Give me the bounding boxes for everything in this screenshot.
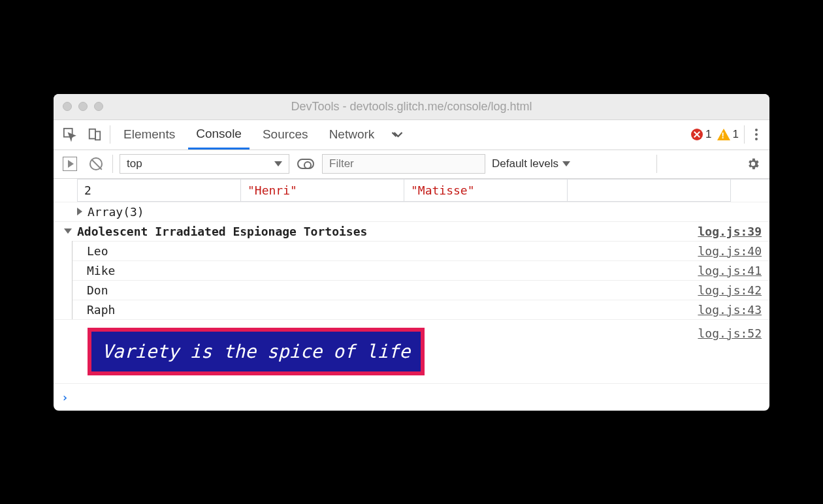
log-levels-label: Default levels	[492, 157, 558, 170]
cell-first: "Henri"	[241, 180, 404, 202]
devtools-window: DevTools - devtools.glitch.me/console/lo…	[54, 94, 769, 411]
context-selector[interactable]: top	[120, 154, 289, 174]
source-link[interactable]: log.js:52	[698, 326, 762, 340]
tab-network[interactable]: Network	[321, 120, 383, 150]
separator	[110, 125, 110, 144]
styled-log-row: Variety is the spice of life log.js:52	[54, 319, 769, 383]
svg-rect-1	[89, 129, 95, 139]
source-link[interactable]: log.js:43	[698, 303, 762, 317]
styled-log-text: Variety is the spice of life	[88, 328, 425, 375]
context-label: top	[127, 157, 142, 170]
separator	[656, 155, 657, 173]
group-body: Leo log.js:40 Mike log.js:41 Don log.js:…	[72, 241, 769, 319]
window-title: DevTools - devtools.glitch.me/console/lo…	[54, 100, 769, 114]
expand-icon	[77, 208, 82, 215]
settings-menu-icon[interactable]	[750, 129, 763, 140]
warning-icon	[717, 129, 730, 140]
source-link[interactable]: log.js:39	[698, 225, 762, 238]
clear-console-icon[interactable]	[86, 154, 106, 174]
collapse-icon	[64, 228, 72, 234]
device-toggle-icon[interactable]	[85, 125, 105, 144]
console-toolbar: top Default levels	[54, 150, 769, 179]
show-console-sidebar-icon[interactable]	[60, 154, 80, 174]
prompt-caret-icon: ›	[61, 390, 69, 404]
more-tabs-icon[interactable]	[387, 125, 407, 144]
tab-sources[interactable]: Sources	[255, 120, 316, 150]
chevron-down-icon	[274, 161, 282, 166]
inspect-icon[interactable]	[60, 125, 80, 144]
console-settings-icon[interactable]	[743, 154, 763, 174]
log-levels-selector[interactable]: Default levels	[492, 157, 570, 170]
console-table: 2 "Henri" "Matisse"	[77, 179, 769, 202]
cell-empty	[568, 180, 731, 202]
array-summary-text: Array(3)	[88, 205, 144, 219]
source-link[interactable]: log.js:42	[698, 283, 762, 297]
source-link[interactable]: log.js:40	[698, 244, 762, 258]
tab-elements[interactable]: Elements	[116, 120, 183, 150]
log-row: Leo log.js:40	[73, 241, 769, 260]
panel-tabs: Elements Console Sources Network 1 1	[54, 120, 769, 150]
tab-console[interactable]: Console	[188, 120, 250, 150]
error-count-badge[interactable]: 1	[691, 128, 711, 141]
console-body: 2 "Henri" "Matisse" Array(3) Adolescent …	[54, 179, 769, 411]
titlebar: DevTools - devtools.glitch.me/console/lo…	[54, 94, 769, 120]
source-link[interactable]: log.js:41	[698, 264, 762, 277]
warning-count: 1	[733, 128, 739, 141]
cell-index: 2	[78, 180, 241, 202]
svg-rect-2	[95, 131, 100, 140]
log-row: Mike log.js:41	[73, 260, 769, 280]
filter-input[interactable]	[322, 154, 485, 174]
array-summary-row[interactable]: Array(3)	[54, 202, 769, 221]
warning-count-badge[interactable]: 1	[717, 128, 739, 141]
log-text: Don	[87, 283, 108, 297]
log-text: Raph	[87, 303, 115, 317]
log-row: Raph log.js:43	[73, 300, 769, 319]
log-text: Mike	[87, 264, 115, 277]
error-icon	[691, 129, 703, 140]
group-title: Adolescent Irradiated Espionage Tortoise…	[77, 225, 367, 238]
console-prompt[interactable]: ›	[54, 383, 769, 411]
error-count: 1	[705, 128, 711, 141]
separator	[112, 155, 113, 173]
log-text: Leo	[87, 244, 108, 258]
live-expression-icon[interactable]	[296, 154, 315, 174]
separator	[744, 125, 745, 144]
log-row: Don log.js:42	[73, 280, 769, 300]
cell-last: "Matisse"	[404, 180, 568, 202]
group-header-row[interactable]: Adolescent Irradiated Espionage Tortoise…	[54, 221, 769, 241]
chevron-down-icon	[562, 161, 570, 166]
